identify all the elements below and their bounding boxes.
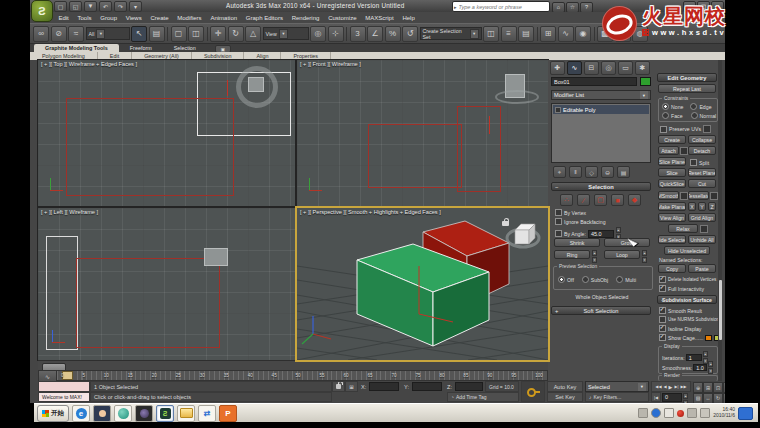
repeat-last-button[interactable]: Repeat Last [658, 84, 716, 93]
undo-icon[interactable]: ↶ [99, 1, 112, 12]
tab-hierarchy-icon[interactable]: ⊟ [584, 61, 599, 75]
border-mode-icon[interactable]: ▢ [594, 194, 607, 206]
taskbar-folder-icon[interactable] [177, 405, 195, 422]
zoom-extents-icon[interactable]: ⊡ [713, 382, 723, 393]
rectangular-selection-region-icon[interactable]: ▢ [171, 26, 187, 42]
taskbar-globe-icon[interactable] [114, 405, 132, 422]
viewport-left[interactable]: [ + ][ Left ][ Wireframe ] [38, 208, 295, 360]
viewcube[interactable] [248, 77, 264, 92]
pin-stack-icon[interactable]: ⌖ [553, 166, 566, 178]
msmooth-button[interactable]: MSmooth [658, 191, 679, 200]
open-file-icon[interactable]: ◱ [69, 1, 82, 12]
reference-coordinate-dropdown[interactable]: View▾ [263, 27, 309, 40]
menu-item[interactable]: Views [121, 15, 146, 21]
split-option[interactable]: Split [690, 159, 709, 166]
bind-to-space-warp-icon[interactable]: ≈ [68, 26, 84, 42]
polygon-mode-icon[interactable]: ■ [611, 194, 624, 206]
stack-item-editable-poly[interactable]: Editable Poly [553, 105, 649, 114]
use-nurms-checkbox[interactable] [659, 316, 666, 323]
use-pivot-center-icon[interactable]: ◎ [310, 26, 326, 42]
slice-plane-button[interactable]: Slice Plane [658, 157, 686, 166]
preserve-uvs-settings-icon[interactable] [703, 125, 711, 133]
viewport-perspective-label[interactable]: [ + ][ Perspective ][ Smooth + Highlight… [300, 209, 441, 215]
zoom-all-icon[interactable]: ⊞ [703, 382, 713, 393]
by-vertex-checkbox[interactable] [555, 209, 562, 216]
vertex-mode-icon[interactable]: ∴ [560, 194, 573, 206]
menu-item[interactable]: Rendering [287, 15, 323, 21]
layer-manager-icon[interactable]: ▤ [518, 26, 534, 42]
tessellate-settings-icon[interactable] [710, 192, 718, 200]
quickslice-button[interactable]: QuickSlice [658, 179, 686, 188]
go-to-start-icon[interactable]: ◀◀ [655, 384, 661, 389]
constraint-face-radio[interactable] [662, 112, 669, 119]
ignore-backfacing-checkbox[interactable] [555, 218, 562, 225]
select-and-scale-icon[interactable]: △ [245, 26, 261, 42]
current-frame-field[interactable]: 0 [662, 393, 682, 402]
full-interactivity-checkbox[interactable] [659, 285, 666, 292]
delete-isolated-option[interactable]: Delete Isolated Vertices [659, 276, 716, 283]
smoothness-field[interactable]: 1.0 [693, 364, 707, 371]
selection-lock-toggle[interactable] [332, 381, 345, 392]
menu-item[interactable]: Tools [73, 15, 96, 21]
unhide-all-button[interactable]: Unhide All [688, 235, 716, 244]
panel-scrollbar[interactable] [718, 60, 722, 381]
grow-button[interactable]: Grow [604, 238, 650, 247]
cut-button[interactable]: Cut [688, 179, 716, 188]
set-key-button[interactable]: Set Key [547, 392, 583, 402]
remove-modifier-icon[interactable]: ⊖ [601, 166, 614, 178]
tab-utilities-icon[interactable]: ✱ [635, 61, 650, 75]
taskbar-powerpoint-icon[interactable]: P [219, 405, 237, 422]
frame-spinner[interactable]: ▴▾ [683, 393, 688, 404]
tray-icon[interactable] [687, 408, 697, 418]
absolute-mode-toggle[interactable]: ⊞ [345, 381, 358, 392]
selection-filter-dropdown[interactable]: All▾ [86, 27, 130, 40]
unlink-selection-icon[interactable]: ⊘ [51, 26, 67, 42]
edge-mode-icon[interactable]: ∕ [577, 194, 590, 206]
play-icon[interactable]: ▶ [669, 384, 673, 390]
listener-pink-line[interactable] [38, 381, 90, 392]
home-icon[interactable]: ⌂ [552, 2, 565, 13]
pan-icon[interactable]: ↔ [703, 393, 713, 404]
auto-key-button[interactable]: Auto Key [547, 381, 583, 392]
angle-value-field[interactable]: 45.0 [588, 230, 614, 238]
object-color-swatch[interactable] [640, 77, 651, 86]
full-interactivity-option[interactable]: Full Interactivity [659, 285, 704, 292]
material-editor-icon[interactable]: ◉ [575, 26, 591, 42]
tab-freeform[interactable]: Freeform [119, 44, 163, 52]
viewport-top-label[interactable]: [ + ][ Top ][ Wireframe + Edged Faces ] [41, 61, 137, 67]
redo-icon[interactable]: ↷ [114, 1, 127, 12]
ribbon-group-label[interactable]: Geometry (All) [132, 52, 192, 60]
ignore-backfacing-option[interactable]: Ignore Backfacing [555, 218, 606, 225]
zoom-extents-all-icon[interactable]: ⊠ [723, 382, 725, 393]
track-bar[interactable]: 0510152025303540455055606570758085909510… [56, 370, 548, 381]
viewport-left-label[interactable]: [ + ][ Left ][ Wireframe ] [41, 209, 98, 215]
element-mode-icon[interactable]: ◆ [628, 194, 641, 206]
smoothness-spinner[interactable]: ▴▾ [708, 361, 713, 374]
ribbon-group-label[interactable]: Properties [281, 52, 331, 60]
start-button[interactable]: 开始 [37, 405, 69, 422]
percent-snap-icon[interactable]: % [385, 26, 401, 42]
ribbon-group-label[interactable]: Subdivision [192, 52, 245, 60]
hide-selected-button[interactable]: Hide Selected [658, 235, 686, 244]
preview-subobj-radio[interactable] [582, 276, 589, 283]
loop-button[interactable]: Loop [604, 250, 640, 259]
snaps-toggle-icon[interactable]: 3 [350, 26, 366, 42]
detach-button[interactable]: Detach [688, 146, 716, 155]
select-and-link-icon[interactable]: ∞ [33, 26, 49, 42]
smooth-result-option[interactable]: Smooth Result [659, 307, 702, 314]
listener-input-line[interactable]: Welcome to MAX! [38, 392, 90, 402]
curve-editor-icon[interactable]: ∿ [558, 26, 574, 42]
viewport-front-label[interactable]: [ + ][ Front ][ Wireframe ] [300, 61, 361, 67]
viewport-perspective[interactable]: [ + ][ Perspective ][ Smooth + Highlight… [297, 208, 548, 360]
iterations-field[interactable]: 1 [686, 354, 702, 361]
show-cage-checkbox[interactable] [659, 334, 666, 341]
ring-spinner[interactable]: ▴▾ [592, 250, 597, 263]
shrink-button[interactable]: Shrink [554, 238, 600, 247]
menu-item[interactable]: Customize [324, 15, 361, 21]
mirror-icon[interactable]: ◫ [483, 26, 499, 42]
viewport-top[interactable]: [ + ][ Top ][ Wireframe + Edged Faces ] [38, 60, 295, 206]
add-time-tag[interactable]: ◔ Add Time Tag [447, 392, 519, 402]
slice-button[interactable]: Slice [658, 168, 686, 177]
menu-item[interactable]: Modifiers [173, 15, 206, 21]
set-keys-button[interactable] [521, 381, 545, 402]
